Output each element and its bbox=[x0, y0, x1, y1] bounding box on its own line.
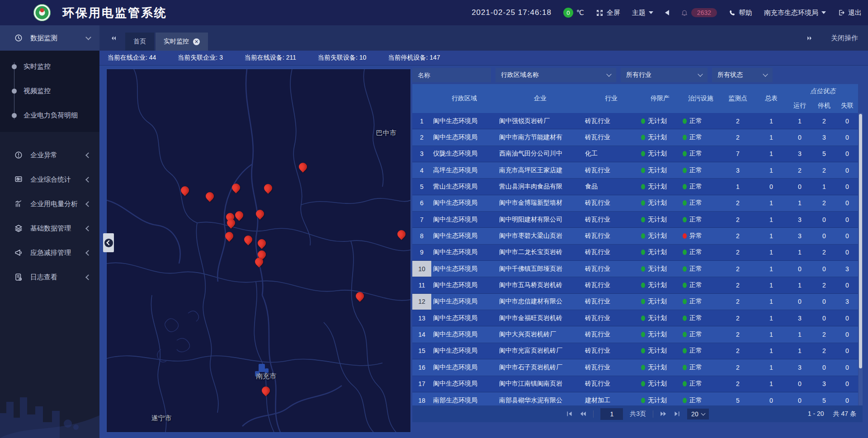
cell-region: 仪陇生态环境局 bbox=[431, 146, 497, 162]
table-row[interactable]: 8阆中生态环境局阆中市枣碧大梁山页岩砖瓦行业无计划异常21300 bbox=[412, 228, 858, 244]
fullscreen-button[interactable]: 全屏 bbox=[596, 9, 620, 17]
theme-dropdown[interactable]: 主题 bbox=[632, 9, 653, 17]
close-operations-dropdown[interactable]: 关闭操作 bbox=[831, 34, 858, 42]
table-row[interactable]: 3仪陇生态环境局西南油气田分公司川中化工无计划正常71350 bbox=[412, 146, 858, 162]
status-select[interactable]: 所有状态 bbox=[712, 68, 773, 82]
pager-divider bbox=[653, 410, 653, 418]
col-header-监测点[interactable]: 监测点 bbox=[721, 84, 755, 113]
page-size-select[interactable]: 20 bbox=[687, 409, 709, 419]
cell-total-meters: 1 bbox=[755, 212, 788, 227]
limit-status-text: 无计划 bbox=[648, 248, 667, 256]
table-body: 1阆中生态环境局阆中强锐页岩砖厂砖瓦行业无计划正常211202阆中生态环境局阆中… bbox=[412, 113, 858, 405]
table-row[interactable]: 13阆中生态环境局阆中市金福旺页岩机砖砖瓦行业无计划正常21300 bbox=[412, 310, 858, 326]
cell-running: 0 bbox=[788, 376, 812, 392]
cell-monitor-points: 2 bbox=[721, 261, 755, 277]
logout-button[interactable]: 退出 bbox=[838, 9, 862, 17]
cell-total-meters: 1 bbox=[755, 129, 788, 145]
prev-page-icon[interactable] bbox=[580, 410, 586, 417]
table-row[interactable]: 10阆中生态环境局阆中千佛镇五郎垭页岩砖瓦行业无计划正常21003 bbox=[412, 261, 858, 277]
cell-index: 14 bbox=[412, 326, 431, 342]
tab-close-icon[interactable]: ✕ bbox=[193, 38, 200, 45]
table-row[interactable]: 6阆中生态环境局阆中市金博瑞新型墙材砖瓦行业无计划正常21120 bbox=[412, 195, 858, 212]
dbl-left-icon[interactable] bbox=[110, 35, 117, 42]
cell-industry: 砖瓦行业 bbox=[583, 376, 639, 392]
table-row[interactable]: 2阆中生态环境局阆中市南方节能建材有砖瓦行业无计划正常21030 bbox=[412, 129, 858, 146]
dbl-right-icon[interactable] bbox=[806, 35, 813, 42]
tab-实时监控[interactable]: 实时监控✕ bbox=[156, 33, 208, 51]
col-header-企业[interactable]: 企业 bbox=[497, 84, 583, 113]
table-row[interactable]: 7阆中生态环境局阆中明阳建材有限公司砖瓦行业无计划正常21300 bbox=[412, 212, 858, 228]
table-row[interactable]: 12阆中生态环境局阆中市忠信建材有限公砖瓦行业无计划正常21003 bbox=[412, 294, 858, 310]
sidebar-subitem-实时监控[interactable]: 实时监控 bbox=[0, 54, 99, 79]
col-subheader-运行[interactable]: 运行 bbox=[788, 99, 812, 113]
sidebar-item-3[interactable]: 企业综合统计 bbox=[0, 167, 99, 192]
limit-status-text: 无计划 bbox=[648, 199, 667, 207]
page-number-input[interactable] bbox=[600, 408, 623, 420]
table-row[interactable]: 15阆中生态环境局阆中市光富页岩机砖厂砖瓦行业无计划正常21120 bbox=[412, 343, 858, 359]
col-header-行业[interactable]: 行业 bbox=[583, 84, 639, 113]
status-dot-icon bbox=[683, 316, 687, 321]
table-row[interactable]: 14阆中生态环境局阆中大兴页岩机砖厂砖瓦行业无计划正常21120 bbox=[412, 326, 858, 343]
status-dot-icon bbox=[641, 135, 645, 140]
stat-value: 44 bbox=[149, 54, 156, 61]
name-search-input[interactable] bbox=[412, 68, 491, 82]
marquee-toggle-button[interactable] bbox=[665, 10, 669, 15]
table-row[interactable]: 5营山生态环境局营山县润丰肉食品有限食品无计划正常10010 bbox=[412, 179, 858, 195]
cell-company: 阆中市南方节能建材有 bbox=[497, 129, 583, 145]
tab-首页[interactable]: 首页 bbox=[125, 33, 154, 51]
limit-status-text: 无计划 bbox=[648, 232, 667, 240]
cell-lost: 0 bbox=[836, 245, 858, 260]
map-canvas[interactable]: 巴中市南充市遂宁市 bbox=[106, 69, 411, 433]
cell-running: 2 bbox=[788, 162, 812, 178]
col-subheader-失联[interactable]: 失联 bbox=[836, 99, 858, 113]
sidebar-item-2[interactable]: 企业异常 bbox=[0, 143, 99, 167]
cell-industry: 砖瓦行业 bbox=[583, 359, 639, 375]
cell-lost: 0 bbox=[836, 343, 858, 359]
sidebar-subitem-企业电力负荷明细[interactable]: 企业电力负荷明细 bbox=[0, 103, 99, 127]
table-row[interactable]: 18南部生态环境局南部县砌华水泥有限公建材加工无计划正常50050 bbox=[412, 392, 858, 405]
table-row[interactable]: 16阆中生态环境局阆中市石子页岩机砖厂砖瓦行业无计划正常21300 bbox=[412, 359, 858, 376]
layers-icon bbox=[14, 224, 23, 232]
cell-industry: 砖瓦行业 bbox=[583, 310, 639, 326]
chevron-left-icon bbox=[85, 152, 91, 158]
col-header-停限产[interactable]: 停限产 bbox=[639, 84, 681, 113]
cell-company: 南部县砌华水泥有限公 bbox=[497, 392, 583, 405]
sidebar-item-4[interactable]: 企业用电量分析 bbox=[0, 192, 99, 216]
sidebar-item-6[interactable]: 应急减排管理 bbox=[0, 240, 99, 265]
sidebar-item-1[interactable]: 数据监测 bbox=[0, 25, 99, 51]
sidebar-item-7[interactable]: 日志查看 bbox=[0, 265, 99, 289]
cell-total-meters: 0 bbox=[755, 179, 788, 194]
filter-row: 行政区域名称 所有行业 所有状态 bbox=[412, 68, 773, 82]
table-scrollbar-thumb[interactable] bbox=[859, 114, 862, 368]
cell-region: 阆中生态环境局 bbox=[431, 310, 497, 326]
cell-facility-status: 正常 bbox=[681, 343, 721, 359]
logout-icon bbox=[838, 9, 845, 16]
cell-lost: 0 bbox=[836, 277, 858, 293]
map-panel-collapse-button[interactable] bbox=[103, 233, 114, 252]
stat-item: 当前在线企业: 44 bbox=[108, 54, 156, 62]
sidebar-item-5[interactable]: 基础数据管理 bbox=[0, 216, 99, 240]
org-dropdown[interactable]: 南充市生态环境局 bbox=[764, 9, 826, 17]
last-page-icon[interactable] bbox=[674, 410, 680, 417]
first-page-icon[interactable] bbox=[566, 410, 573, 417]
help-button[interactable]: 帮助 bbox=[729, 9, 752, 17]
table-row[interactable]: 9阆中生态环境局阆中市二龙长宝页岩砖砖瓦行业无计划正常21120 bbox=[412, 245, 858, 261]
table-row[interactable]: 1阆中生态环境局阆中强锐页岩砖厂砖瓦行业无计划正常21120 bbox=[412, 113, 858, 129]
industry-select[interactable]: 所有行业 bbox=[621, 68, 708, 82]
table-row[interactable]: 4高坪生态环境局南充市高坪区王家店建砖瓦行业无计划正常31220 bbox=[412, 162, 858, 179]
cell-lost: 0 bbox=[836, 376, 858, 392]
table-row[interactable]: 17阆中生态环境局阆中市江南镇阆南页岩砖瓦行业无计划正常21030 bbox=[412, 376, 858, 392]
cell-monitor-points: 2 bbox=[721, 294, 755, 310]
notification-widget[interactable]: 2632 bbox=[681, 8, 717, 17]
cell-industry: 砖瓦行业 bbox=[583, 113, 639, 129]
col-header-治污设施[interactable]: 治污设施 bbox=[681, 84, 721, 113]
sidebar-subitem-视频监控[interactable]: 视频监控 bbox=[0, 79, 99, 103]
col-header-总表[interactable]: 总表 bbox=[755, 84, 788, 113]
next-page-icon[interactable] bbox=[660, 410, 667, 417]
region-select[interactable]: 行政区域名称 bbox=[495, 68, 616, 82]
table-row[interactable]: 11阆中生态环境局阆中市五马桥页岩机砖砖瓦行业无计划正常21120 bbox=[412, 277, 858, 293]
cell-limit-status: 无计划 bbox=[639, 310, 681, 326]
col-subheader-停机[interactable]: 停机 bbox=[812, 99, 836, 113]
stat-value: 3 bbox=[219, 54, 223, 61]
col-header-行政区域[interactable]: 行政区域 bbox=[431, 84, 497, 113]
